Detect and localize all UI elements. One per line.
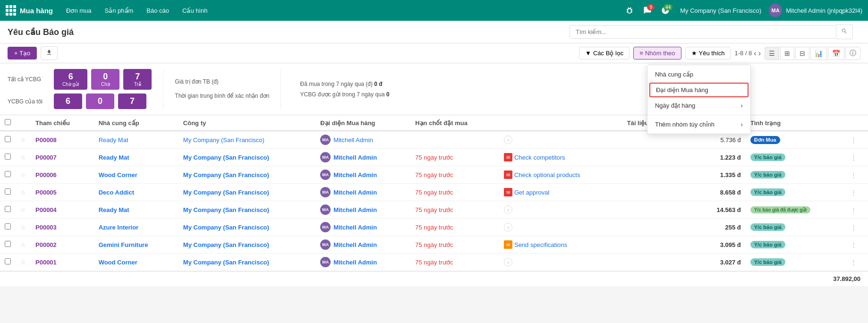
nav-cau-hinh[interactable]: Cấu hình <box>177 0 213 21</box>
stat-mine-cho-gui[interactable]: 6 <box>54 94 82 109</box>
row-menu-icon[interactable]: ⋮ <box>851 171 857 178</box>
favorites-button[interactable]: ★ Yêu thích <box>685 47 731 60</box>
chart-view-button[interactable]: 📊 <box>810 47 827 60</box>
agent-link[interactable]: Mitchell Admin <box>333 224 377 231</box>
info-view-button[interactable]: ⓘ <box>845 47 860 60</box>
company-link[interactable]: My Company (San Francisco) <box>183 171 269 178</box>
supplier-link[interactable]: Ready Mat <box>99 136 128 144</box>
stat-mine-tre[interactable]: 7 <box>118 94 146 109</box>
ref-link[interactable]: P00008 <box>35 136 57 144</box>
supplier-link[interactable]: Gemini Furniture <box>99 241 148 248</box>
deadline-value: 75 ngày trước <box>415 189 453 196</box>
stat-mine-cho[interactable]: 0 <box>86 94 114 109</box>
supplier-link[interactable]: Wood Corner <box>99 171 137 178</box>
select-all-checkbox[interactable] <box>5 119 11 125</box>
row-menu-icon[interactable]: ⋮ <box>851 241 857 248</box>
stat-cho[interactable]: 0 Chờ <box>91 69 119 90</box>
star-icon[interactable]: ☆ <box>20 259 26 266</box>
row-menu-icon[interactable]: ⋮ <box>851 136 857 144</box>
activity-link[interactable]: Check optional products <box>514 171 580 178</box>
row-checkbox[interactable] <box>5 258 11 264</box>
agent-link[interactable]: Mitchell Admin <box>333 206 377 213</box>
agent-link[interactable]: Mitchell Admin <box>333 241 377 248</box>
row-checkbox[interactable] <box>5 241 11 247</box>
row-checkbox[interactable] <box>5 171 11 177</box>
col-agent: Đại diện Mua hàng <box>315 115 410 131</box>
company-link[interactable]: My Company (San Francisco) <box>183 224 269 231</box>
star-icon[interactable]: ☆ <box>20 154 26 161</box>
brand[interactable]: Mua hàng <box>6 5 53 16</box>
company-link[interactable]: My Company (San Francisco) <box>183 136 264 144</box>
create-button[interactable]: + Tạo <box>8 47 37 60</box>
ref-link[interactable]: P00005 <box>35 189 57 196</box>
ref-link[interactable]: P00002 <box>35 241 57 248</box>
user-avatar[interactable]: MA <box>769 4 782 17</box>
row-menu-icon[interactable]: ⋮ <box>851 206 857 213</box>
star-icon[interactable]: ☆ <box>20 224 26 231</box>
agent-link[interactable]: Mitchell Admin <box>333 189 377 196</box>
row-checkbox[interactable] <box>5 206 11 212</box>
dropdown-item-agent[interactable]: Đại diện Mua hàng <box>649 83 749 97</box>
row-menu-icon[interactable]: ⋮ <box>851 154 857 161</box>
star-icon[interactable]: ☆ <box>20 171 26 178</box>
activity-link[interactable]: Check competitors <box>514 154 565 161</box>
nav-san-pham[interactable]: Sản phẩm <box>99 0 139 21</box>
list-view-button[interactable]: ☰ <box>765 47 779 60</box>
company-link[interactable]: My Company (San Francisco) <box>183 241 269 248</box>
calendar-view-button[interactable]: 📅 <box>828 47 844 60</box>
agent-link[interactable]: Mitchell Admin <box>333 154 377 161</box>
prev-page-button[interactable]: ‹ <box>754 49 756 58</box>
row-menu-icon[interactable]: ⋮ <box>851 224 857 231</box>
supplier-link[interactable]: Ready Mat <box>99 154 129 161</box>
bug-icon-btn[interactable] <box>622 4 637 17</box>
search-input[interactable] <box>570 25 836 39</box>
star-icon[interactable]: ☆ <box>20 189 26 196</box>
company-link[interactable]: My Company (San Francisco) <box>183 154 269 161</box>
agent-link[interactable]: Mitchell Admin <box>333 171 377 178</box>
stat-tre[interactable]: 7 Trễ <box>123 69 152 90</box>
row-source-cell <box>622 219 698 236</box>
nav-bao-cao[interactable]: Báo cáo <box>141 0 175 21</box>
grid-view-button[interactable]: ⊟ <box>795 47 809 60</box>
star-icon[interactable]: ☆ <box>20 206 26 213</box>
ref-link[interactable]: P00007 <box>35 154 57 161</box>
row-checkbox[interactable] <box>5 188 11 195</box>
next-page-button[interactable]: › <box>758 49 761 58</box>
row-source-cell <box>622 201 698 219</box>
ref-link[interactable]: P00001 <box>35 259 57 266</box>
supplier-link[interactable]: Azure Interior <box>99 224 139 231</box>
dropdown-item-supplier[interactable]: Nhà cung cấp <box>647 67 750 82</box>
row-menu-icon[interactable]: ⋮ <box>851 189 857 196</box>
filter-button[interactable]: ▼ Các Bộ lọc <box>579 47 630 60</box>
company-link[interactable]: My Company (San Francisco) <box>183 206 269 213</box>
apps-icon[interactable] <box>6 5 16 16</box>
activity-link[interactable]: Send specifications <box>514 241 567 248</box>
company-link[interactable]: My Company (San Francisco) <box>183 259 269 266</box>
kanban-view-button[interactable]: ⊞ <box>780 47 794 60</box>
agent-link[interactable]: Mitchell Admin <box>333 259 377 266</box>
company-link[interactable]: My Company (San Francisco) <box>183 189 269 196</box>
row-menu-icon[interactable]: ⋮ <box>851 259 857 266</box>
row-checkbox[interactable] <box>5 223 11 230</box>
ref-link[interactable]: P00004 <box>35 206 57 213</box>
ref-link[interactable]: P00003 <box>35 224 57 231</box>
row-checkbox[interactable] <box>5 153 11 160</box>
activity-link[interactable]: Get approval <box>514 189 549 196</box>
supplier-link[interactable]: Ready Mat <box>99 206 129 213</box>
search-button[interactable] <box>836 25 853 39</box>
supplier-link[interactable]: Wood Corner <box>99 259 137 266</box>
chat-icon-btn[interactable]: 9 <box>640 4 655 17</box>
row-checkbox[interactable] <box>5 136 11 142</box>
star-icon[interactable]: ☆ <box>20 241 26 248</box>
dropdown-item-custom[interactable]: Thêm nhóm tùy chỉnh › <box>647 117 750 132</box>
ref-link[interactable]: P00006 <box>35 171 57 178</box>
agent-link[interactable]: Mitchell Admin <box>333 136 373 144</box>
stat-cho-gui[interactable]: 6 Chờ gửi <box>54 69 87 90</box>
group-button[interactable]: ≡ Nhóm theo <box>633 47 681 60</box>
dropdown-item-date[interactable]: Ngày đặt hàng › <box>647 98 750 113</box>
nav-don-mua[interactable]: Đơn mua <box>60 0 97 21</box>
download-button[interactable] <box>41 46 58 60</box>
activity-icon-btn[interactable]: 44 <box>658 4 672 17</box>
star-icon[interactable]: ☆ <box>20 136 26 144</box>
supplier-link[interactable]: Deco Addict <box>99 189 134 196</box>
